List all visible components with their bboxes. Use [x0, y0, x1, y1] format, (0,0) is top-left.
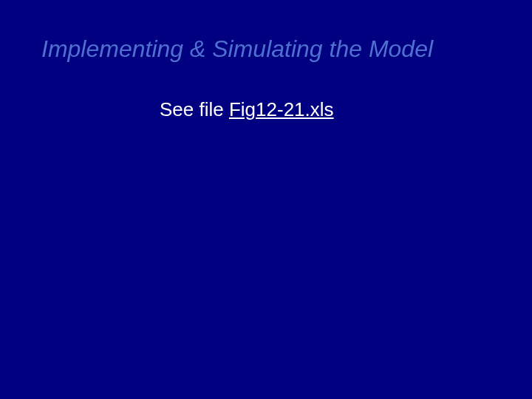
slide-title: Implementing & Simulating the Model: [41, 35, 491, 63]
slide-body: See file Fig12-21.xls: [41, 98, 491, 121]
body-prefix-text: See file: [160, 98, 229, 120]
slide-container: Implementing & Simulating the Model See …: [0, 0, 532, 399]
file-link[interactable]: Fig12-21.xls: [229, 98, 334, 120]
